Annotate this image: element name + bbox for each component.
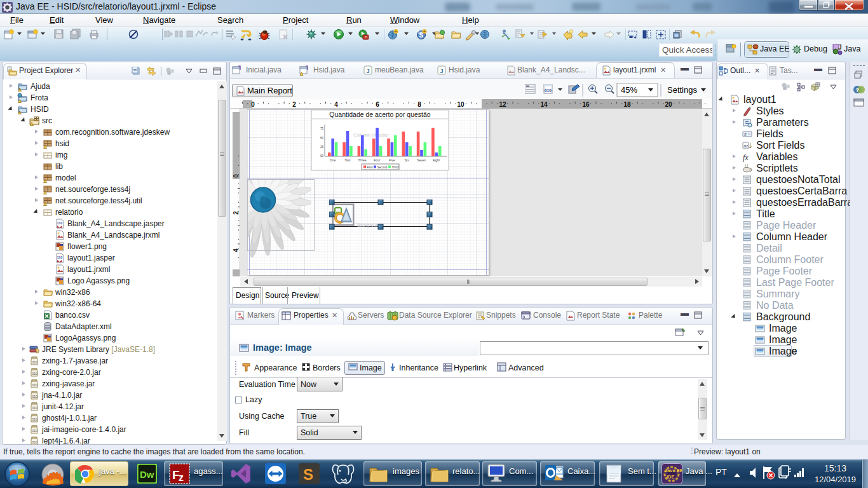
svg-text:Java: Java [844, 44, 860, 53]
svg-text:First: First [367, 166, 374, 169]
svg-text:z: z [179, 472, 184, 483]
svg-text:Dw: Dw [140, 469, 154, 480]
svg-text:J: J [838, 44, 842, 51]
svg-text:Third: Third [392, 166, 399, 169]
svg-text:IDE: IDE [667, 474, 675, 480]
svg-text:Debug: Debug [804, 44, 827, 53]
svg-text:Java EE: Java EE [665, 468, 682, 473]
svg-text:75: 75 [320, 127, 324, 130]
svg-text:S: S [303, 466, 313, 483]
svg-text:Column Header: Column Header [353, 132, 389, 138]
svg-text:Three: Three [358, 158, 367, 162]
svg-text:Six: Six [405, 158, 409, 162]
svg-text:50: 50 [320, 137, 324, 140]
svg-text:Java EE: Java EE [760, 44, 790, 53]
svg-text:Second: Second [377, 166, 388, 169]
svg-text:Eight: Eight [433, 158, 440, 162]
svg-text:25: 25 [320, 146, 324, 149]
svg-text:?: ? [856, 87, 860, 93]
svg-text:Seven: Seven [417, 158, 426, 162]
svg-text:00: 00 [320, 154, 324, 158]
svg-text:Five: Five [389, 158, 395, 162]
svg-text:One: One [330, 158, 336, 162]
svg-text:Four: Four [374, 158, 381, 162]
svg-text:Two: Two [344, 158, 350, 162]
svg-text:Quantidade de acerto por quest: Quantidade de acerto por questão [329, 111, 431, 118]
